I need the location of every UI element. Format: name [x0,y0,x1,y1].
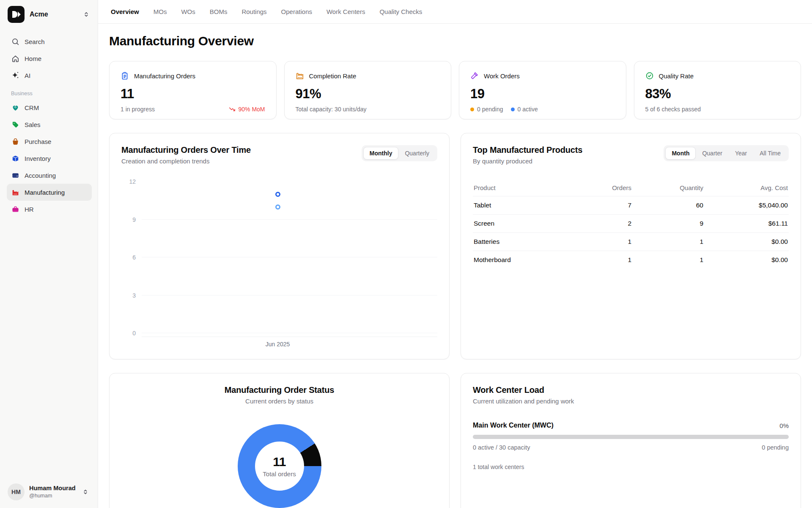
sidebar-item-label: AI [25,72,30,79]
trend-label: 90% MoM [238,106,265,113]
sidebar-item-label: CRM [25,104,39,111]
stat-card-manufacturing-orders: Manufacturing Orders 11 1 in progress 90… [109,61,277,119]
toggle-monthly[interactable]: Monthly [363,147,399,160]
stat-subtext: 5 of 6 checks passed [645,106,701,113]
hr-briefcase-icon [11,205,19,213]
page-title: Manufacturing Overview [109,34,801,48]
app-root: Acme Search Home [0,0,812,508]
chevrons-up-down-icon [82,11,90,18]
toggle-quarterly[interactable]: Quarterly [398,147,436,160]
sidebar-item-sales[interactable]: Sales [7,116,92,133]
orders-period-toggle: Monthly Quarterly [362,145,437,161]
user-name: Humam Mourad [29,485,77,492]
orders-chart: 036912 Jun 2025 [121,182,437,333]
sidebar-item-label: Search [25,38,45,45]
sidebar-item-ai[interactable]: AI [7,67,92,84]
stats-row: Manufacturing Orders 11 1 in progress 90… [109,61,801,119]
mid-row: Manufacturing Orders Over Time Creation … [109,133,801,359]
tab-wos[interactable]: WOs [181,8,195,15]
stat-card-completion-rate: Completion Rate 91% Total capacity: 30 u… [284,61,452,119]
sidebar-item-inventory[interactable]: Inventory [7,150,92,167]
work-center-pending: 0 pending [762,444,789,451]
avatar: HM [8,483,25,500]
sidebar-item-home[interactable]: Home [7,50,92,67]
stat-card-work-orders: Work Orders 19 0 pending 0 active [459,61,626,119]
table-row[interactable]: Screen 2 9 $61.11 [473,215,789,233]
donut-total-value: 11 [273,455,286,469]
work-center-percent: 0% [779,422,789,429]
work-load-subtitle: Current utilization and pending work [473,398,789,405]
toggle-month[interactable]: Month [665,147,696,160]
sidebar-item-label: Accounting [25,172,56,179]
table-row[interactable]: Tablet 7 60 $5,040.00 [473,196,789,215]
accounting-wallet-icon [11,171,19,179]
blue-dot-icon [511,108,515,111]
page-content: Manufacturing Overview Manufacturing Ord… [98,24,812,508]
orders-y-axis: 036912 [121,182,142,333]
toggle-year[interactable]: Year [729,147,753,160]
stat-label: Manufacturing Orders [134,72,195,80]
stat-value: 19 [470,86,615,102]
hammer-icon [470,72,479,80]
donut-total-label: Total orders [263,470,296,478]
sidebar-item-label: Inventory [25,155,51,162]
org-name: Acme [30,11,77,18]
orders-over-time-card: Manufacturing Orders Over Time Creation … [109,133,450,359]
org-switcher[interactable]: Acme [7,5,92,24]
main-area: Overview MOs WOs BOMs Routings Operation… [98,0,812,508]
chevrons-up-down-icon [82,488,89,496]
table-row[interactable]: Motherboard 1 1 $0.00 [473,251,789,269]
search-icon [11,37,19,46]
tab-routings[interactable]: Routings [241,8,266,15]
stat-label: Quality Rate [659,72,694,80]
products-table: Product Orders Quantity Avg. Cost Tablet… [473,179,789,269]
sidebar-item-label: Purchase [25,138,51,145]
products-period-toggle: Month Quarter Year All Time [664,145,789,161]
sidebar-item-purchase[interactable]: Purchase [7,133,92,150]
sidebar-item-label: HR [25,206,34,213]
sidebar-item-crm[interactable]: CRM [7,99,92,116]
toggle-all-time[interactable]: All Time [753,147,787,160]
status-chart-title: Manufacturing Order Status [121,385,437,395]
sidebar-item-label: Manufacturing [25,189,65,196]
acme-logo-icon [8,6,25,23]
stat-label: Completion Rate [309,72,357,80]
tab-quality-checks[interactable]: Quality Checks [379,8,422,15]
work-center-load-card: Work Center Load Current utilization and… [461,373,801,508]
work-center-usage: 0 active / 30 capacity [473,444,530,451]
table-header-row: Product Orders Quantity Avg. Cost [473,179,789,196]
clipboard-list-icon [121,72,129,80]
sidebar-item-accounting[interactable]: Accounting [7,167,92,184]
tab-boms[interactable]: BOMs [210,8,228,15]
products-title: Top Manufactured Products [473,145,582,155]
tab-mos[interactable]: MOs [154,8,167,15]
sidebar-section-business: Business [11,91,92,97]
toggle-quarter[interactable]: Quarter [696,147,728,160]
sidebar-item-label: Sales [25,121,41,128]
user-handle: @humam [29,493,77,499]
stat-subtext: 1 in progress [121,106,155,113]
manufacturing-factory-icon [11,188,19,196]
products-subtitle: By quantity produced [473,157,582,165]
stat-label: Work Orders [484,72,520,80]
sales-tag-icon [11,120,19,129]
stat-value: 83% [645,86,790,102]
order-status-card: Manufacturing Order Status Current order… [109,373,450,508]
sidebar-item-hr[interactable]: HR [7,201,92,218]
tab-work-centers[interactable]: Work Centers [326,8,365,15]
status-donut-chart: 11 Total orders [238,424,321,508]
tab-overview[interactable]: Overview [111,8,139,15]
sidebar: Acme Search Home [0,0,98,508]
tab-operations[interactable]: Operations [281,8,312,15]
work-center-name: Main Work Center (MWC) [473,422,554,429]
stat-card-quality-rate: Quality Rate 83% 5 of 6 checks passed [634,61,801,119]
active-count: 0 active [511,106,538,113]
home-icon [11,54,19,63]
sidebar-item-search[interactable]: Search [7,33,92,50]
user-menu[interactable]: HM Humam Mourad @humam [7,482,92,501]
pending-count: 0 pending [470,106,503,113]
orders-chart-title: Manufacturing Orders Over Time [121,145,251,155]
table-row[interactable]: Batteries 1 1 $0.00 [473,233,789,251]
sidebar-item-manufacturing[interactable]: Manufacturing [7,184,92,201]
inventory-box-icon [11,154,19,163]
